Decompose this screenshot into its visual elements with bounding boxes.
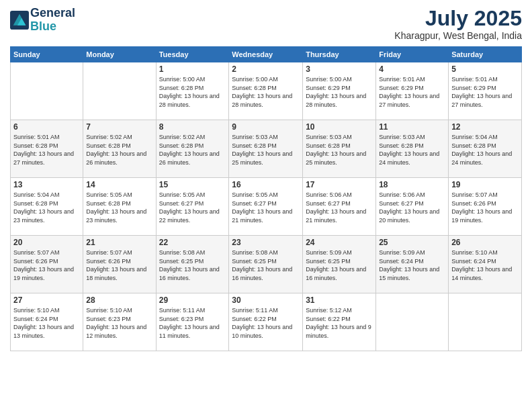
day-info: Sunrise: 5:06 AMSunset: 6:27 PMDaylight:… xyxy=(379,191,445,224)
calendar-cell: 12Sunrise: 5:04 AMSunset: 6:28 PMDayligh… xyxy=(449,120,522,178)
week-row-4: 20Sunrise: 5:07 AMSunset: 6:26 PMDayligh… xyxy=(11,236,522,293)
calendar-cell: 2Sunrise: 5:00 AMSunset: 6:28 PMDaylight… xyxy=(229,62,303,120)
calendar-cell: 24Sunrise: 5:09 AMSunset: 6:25 PMDayligh… xyxy=(303,236,376,293)
day-info: Sunrise: 5:04 AMSunset: 6:28 PMDaylight:… xyxy=(13,191,80,224)
day-number: 13 xyxy=(13,180,80,189)
calendar-cell xyxy=(449,293,522,351)
calendar-cell: 9Sunrise: 5:03 AMSunset: 6:28 PMDaylight… xyxy=(229,120,303,178)
day-info: Sunrise: 5:02 AMSunset: 6:28 PMDaylight:… xyxy=(86,133,152,167)
day-info: Sunrise: 5:01 AMSunset: 6:29 PMDaylight:… xyxy=(379,75,445,109)
calendar-cell: 1Sunrise: 5:00 AMSunset: 6:28 PMDaylight… xyxy=(156,62,229,120)
day-info: Sunrise: 5:03 AMSunset: 6:28 PMDaylight:… xyxy=(379,133,445,167)
day-info: Sunrise: 5:05 AMSunset: 6:27 PMDaylight:… xyxy=(159,191,226,224)
calendar-cell: 10Sunrise: 5:03 AMSunset: 6:28 PMDayligh… xyxy=(303,120,376,178)
title-block: July 2025 Kharagpur, West Bengal, India xyxy=(394,7,522,41)
day-number: 22 xyxy=(159,238,226,247)
calendar-cell: 27Sunrise: 5:10 AMSunset: 6:24 PMDayligh… xyxy=(11,293,83,351)
day-info: Sunrise: 5:07 AMSunset: 6:26 PMDaylight:… xyxy=(13,248,80,282)
week-row-3: 13Sunrise: 5:04 AMSunset: 6:28 PMDayligh… xyxy=(11,178,522,236)
day-number: 24 xyxy=(306,238,373,247)
calendar-cell: 6Sunrise: 5:01 AMSunset: 6:28 PMDaylight… xyxy=(11,120,83,178)
calendar-cell: 16Sunrise: 5:05 AMSunset: 6:27 PMDayligh… xyxy=(229,178,303,236)
weekday-header-saturday: Saturday xyxy=(449,47,522,62)
day-info: Sunrise: 5:00 AMSunset: 6:28 PMDaylight:… xyxy=(159,75,226,109)
day-number: 8 xyxy=(159,122,226,132)
month-year: July 2025 xyxy=(394,7,522,30)
header: General Blue July 2025 Kharagpur, West B… xyxy=(10,7,522,41)
calendar-cell: 15Sunrise: 5:05 AMSunset: 6:27 PMDayligh… xyxy=(156,178,229,236)
logo-line2: Blue xyxy=(30,19,56,33)
calendar-cell: 3Sunrise: 5:00 AMSunset: 6:29 PMDaylight… xyxy=(303,62,376,120)
day-info: Sunrise: 5:01 AMSunset: 6:28 PMDaylight:… xyxy=(13,133,80,167)
day-info: Sunrise: 5:11 AMSunset: 6:23 PMDaylight:… xyxy=(159,306,226,340)
calendar-cell: 17Sunrise: 5:06 AMSunset: 6:27 PMDayligh… xyxy=(303,178,376,236)
day-info: Sunrise: 5:08 AMSunset: 6:25 PMDaylight:… xyxy=(159,248,226,282)
day-number: 10 xyxy=(306,122,373,132)
weekday-header-wednesday: Wednesday xyxy=(229,47,303,62)
day-number: 18 xyxy=(379,180,445,189)
day-info: Sunrise: 5:02 AMSunset: 6:28 PMDaylight:… xyxy=(159,133,226,167)
calendar-cell: 18Sunrise: 5:06 AMSunset: 6:27 PMDayligh… xyxy=(376,178,449,236)
day-number: 29 xyxy=(159,295,226,305)
logo-text: General Blue xyxy=(30,7,75,34)
day-number: 7 xyxy=(86,122,152,132)
calendar-cell: 11Sunrise: 5:03 AMSunset: 6:28 PMDayligh… xyxy=(376,120,449,178)
day-number: 2 xyxy=(232,64,300,74)
day-number: 5 xyxy=(451,64,519,74)
day-info: Sunrise: 5:03 AMSunset: 6:28 PMDaylight:… xyxy=(232,133,300,167)
day-info: Sunrise: 5:07 AMSunset: 6:26 PMDaylight:… xyxy=(451,191,519,224)
calendar-cell: 8Sunrise: 5:02 AMSunset: 6:28 PMDaylight… xyxy=(156,120,229,178)
day-info: Sunrise: 5:05 AMSunset: 6:28 PMDaylight:… xyxy=(86,191,152,224)
calendar-cell: 30Sunrise: 5:11 AMSunset: 6:22 PMDayligh… xyxy=(229,293,303,351)
day-number: 30 xyxy=(232,295,300,305)
day-info: Sunrise: 5:00 AMSunset: 6:29 PMDaylight:… xyxy=(306,75,373,109)
day-info: Sunrise: 5:09 AMSunset: 6:24 PMDaylight:… xyxy=(379,248,445,282)
day-number: 11 xyxy=(379,122,445,132)
calendar-cell: 23Sunrise: 5:08 AMSunset: 6:25 PMDayligh… xyxy=(229,236,303,293)
logo-icon xyxy=(10,11,29,30)
day-number: 12 xyxy=(451,122,519,132)
calendar-page: General Blue July 2025 Kharagpur, West B… xyxy=(0,0,532,411)
calendar-cell: 26Sunrise: 5:10 AMSunset: 6:24 PMDayligh… xyxy=(449,236,522,293)
calendar-cell: 13Sunrise: 5:04 AMSunset: 6:28 PMDayligh… xyxy=(11,178,83,236)
day-number: 26 xyxy=(451,238,519,247)
logo: General Blue xyxy=(10,7,75,34)
weekday-header-sunday: Sunday xyxy=(11,47,83,62)
weekday-header-friday: Friday xyxy=(376,47,449,62)
calendar-cell: 22Sunrise: 5:08 AMSunset: 6:25 PMDayligh… xyxy=(156,236,229,293)
day-number: 31 xyxy=(306,295,373,305)
weekday-header-tuesday: Tuesday xyxy=(156,47,229,62)
calendar-cell: 7Sunrise: 5:02 AMSunset: 6:28 PMDaylight… xyxy=(83,120,156,178)
day-number: 6 xyxy=(13,122,80,132)
day-info: Sunrise: 5:05 AMSunset: 6:27 PMDaylight:… xyxy=(232,191,300,224)
day-info: Sunrise: 5:00 AMSunset: 6:28 PMDaylight:… xyxy=(232,75,300,109)
calendar-cell: 20Sunrise: 5:07 AMSunset: 6:26 PMDayligh… xyxy=(11,236,83,293)
logo-line1: General xyxy=(30,7,75,20)
week-row-5: 27Sunrise: 5:10 AMSunset: 6:24 PMDayligh… xyxy=(11,293,522,351)
day-number: 25 xyxy=(379,238,445,247)
day-info: Sunrise: 5:09 AMSunset: 6:25 PMDaylight:… xyxy=(306,248,373,282)
day-number: 21 xyxy=(86,238,152,247)
day-info: Sunrise: 5:07 AMSunset: 6:26 PMDaylight:… xyxy=(86,248,152,282)
calendar-cell: 29Sunrise: 5:11 AMSunset: 6:23 PMDayligh… xyxy=(156,293,229,351)
day-info: Sunrise: 5:01 AMSunset: 6:29 PMDaylight:… xyxy=(451,75,519,109)
day-number: 27 xyxy=(13,295,80,305)
weekday-header-thursday: Thursday xyxy=(303,47,376,62)
calendar-cell: 25Sunrise: 5:09 AMSunset: 6:24 PMDayligh… xyxy=(376,236,449,293)
day-number: 16 xyxy=(232,180,300,189)
calendar-cell: 31Sunrise: 5:12 AMSunset: 6:22 PMDayligh… xyxy=(303,293,376,351)
day-number: 23 xyxy=(232,238,300,247)
day-number: 28 xyxy=(86,295,152,305)
day-info: Sunrise: 5:11 AMSunset: 6:22 PMDaylight:… xyxy=(232,306,300,340)
day-number: 14 xyxy=(86,180,152,189)
day-info: Sunrise: 5:10 AMSunset: 6:24 PMDaylight:… xyxy=(13,306,80,340)
day-info: Sunrise: 5:06 AMSunset: 6:27 PMDaylight:… xyxy=(306,191,373,224)
calendar-cell xyxy=(376,293,449,351)
day-number: 17 xyxy=(306,180,373,189)
day-info: Sunrise: 5:10 AMSunset: 6:23 PMDaylight:… xyxy=(86,306,152,340)
day-number: 15 xyxy=(159,180,226,189)
calendar-cell: 5Sunrise: 5:01 AMSunset: 6:29 PMDaylight… xyxy=(449,62,522,120)
week-row-2: 6Sunrise: 5:01 AMSunset: 6:28 PMDaylight… xyxy=(11,120,522,178)
week-row-1: 1Sunrise: 5:00 AMSunset: 6:28 PMDaylight… xyxy=(11,62,522,120)
calendar-cell: 21Sunrise: 5:07 AMSunset: 6:26 PMDayligh… xyxy=(83,236,156,293)
